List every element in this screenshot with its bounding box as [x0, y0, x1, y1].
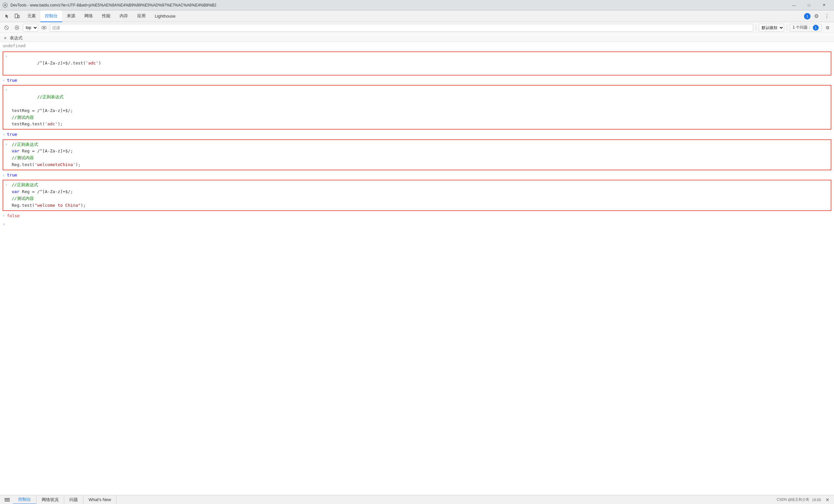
- expression-header: × 表达式: [0, 35, 834, 42]
- toolbar-separator: [756, 24, 756, 31]
- input-icon-3: ›: [5, 141, 10, 147]
- stop-icon-btn[interactable]: [13, 23, 22, 32]
- result-arrow-3: ‹: [3, 172, 5, 178]
- result-line-2: ‹ true: [0, 131, 834, 138]
- status-tab-network-conditions[interactable]: 网络状况: [37, 495, 64, 504]
- svg-rect-3: [18, 15, 19, 18]
- result-line-3: ‹ true: [0, 171, 834, 179]
- status-bar-right: CSDN @练玉和少美 19:00 ✕: [777, 496, 831, 504]
- status-tab-console[interactable]: 控制台: [13, 495, 37, 504]
- console-toolbar: top 默认级别 1 个问题： 1 ⚙: [0, 22, 834, 33]
- code-indent-4c: //测试内容: [5, 196, 829, 202]
- undefined-value: undefined: [3, 43, 831, 49]
- prompt-line[interactable]: ›: [0, 221, 834, 228]
- tab-network[interactable]: 网络: [80, 10, 97, 22]
- code-content-2c: //测试内容: [12, 115, 34, 120]
- code-content-2b: testReg = /^[A-Za-z]+$/;: [12, 108, 73, 113]
- device-icon-btn[interactable]: [13, 12, 22, 21]
- tab-elements[interactable]: 元素: [23, 10, 40, 22]
- code-content-2a: //正则表达式: [12, 87, 829, 107]
- cursor-icon: [4, 14, 10, 19]
- issue-count: 1: [813, 25, 819, 30]
- code-block-line: › /^[A-Za-z]+$/.test('adc'): [5, 53, 829, 74]
- close-button[interactable]: ✕: [816, 0, 831, 10]
- devtools-topbar-right: 1 ⚙ ⋮: [804, 10, 834, 22]
- tab-performance[interactable]: 性能: [97, 10, 115, 22]
- undefined-line: undefined: [0, 42, 834, 50]
- code-content-4b: var Reg = /^[A-Za-z]+$/;: [12, 189, 73, 194]
- tab-console[interactable]: 控制台: [40, 10, 62, 22]
- code-content-4c: //测试内容: [12, 196, 34, 201]
- clear-console-btn[interactable]: [2, 23, 11, 32]
- code-block-header-3: › //正则表达式: [5, 141, 829, 148]
- svg-rect-11: [4, 498, 10, 499]
- svg-rect-12: [4, 500, 10, 500]
- code-content-2d: testReg.test('adc');: [12, 121, 63, 126]
- status-tab-issues[interactable]: 问题: [64, 495, 83, 504]
- svg-rect-2: [15, 14, 18, 18]
- input-icon-2: ›: [5, 87, 10, 93]
- clear-icon: [4, 25, 9, 30]
- console-entry-3: › //正则表达式 var Reg = /^[A-Za-z]+$/; //测试内…: [0, 139, 834, 179]
- minimize-button[interactable]: —: [786, 0, 802, 10]
- tab-memory[interactable]: 内存: [115, 10, 133, 22]
- console-settings-btn[interactable]: ⚙: [823, 23, 832, 32]
- tab-application[interactable]: 应用: [133, 10, 150, 22]
- title-bar-text: DevTools - www.baidu.com/s?ie=UTF-8&wd=j…: [10, 3, 216, 7]
- stop-icon: [14, 25, 20, 30]
- result-value-3: true: [7, 172, 17, 178]
- result-line-4: ‹ false: [0, 212, 834, 220]
- issues-badge[interactable]: 1 个问题： 1: [790, 24, 821, 31]
- toolbar-separator-2: [787, 24, 787, 31]
- context-selector[interactable]: top: [23, 24, 38, 31]
- devtools-topbar: 元素 控制台 来源 网络 性能 内存 应用 Lighthouse 1 ⚙ ⋮: [0, 10, 834, 22]
- log-level-select[interactable]: 默认级别: [759, 24, 784, 31]
- code-indent-4d: Reg.test("welcome to China");: [5, 202, 829, 209]
- filter-input[interactable]: [50, 24, 753, 31]
- code-content-3b: var Reg = /^[A-Za-z]+$/;: [12, 148, 73, 153]
- cursor-icon-btn[interactable]: [3, 12, 12, 21]
- result-value-2: true: [7, 131, 17, 138]
- tab-lighthouse[interactable]: Lighthouse: [150, 10, 180, 22]
- status-tab-whats-new[interactable]: What's New: [83, 495, 117, 504]
- eye-icon: [41, 25, 47, 30]
- eye-icon-btn[interactable]: [39, 23, 48, 32]
- tab-sources[interactable]: 来源: [62, 10, 80, 22]
- svg-rect-13: [4, 501, 10, 501]
- maximize-button[interactable]: □: [802, 0, 816, 10]
- hamburger-btn[interactable]: [3, 495, 12, 504]
- settings-icon-btn[interactable]: ⚙: [812, 12, 821, 21]
- code-block-2: › //正则表达式 testReg = /^[A-Za-z]+$/; //测试内…: [3, 85, 831, 130]
- code-indent-3c: //测试内容: [5, 155, 829, 161]
- issues-label: 1 个问题：: [793, 25, 812, 30]
- svg-line-5: [5, 26, 8, 29]
- code-indent-2d: testReg.test('adc');: [5, 121, 829, 128]
- hamburger-icon: [4, 497, 10, 502]
- result-value-1: true: [7, 77, 17, 84]
- code-content-3a: //正则表达式: [12, 141, 829, 148]
- expression-label: 表达式: [10, 35, 22, 41]
- code-content-4a: //正则表达式: [12, 182, 829, 188]
- code-block-header-4: › //正则表达式: [5, 182, 829, 188]
- devtools-tab-icons: [1, 10, 23, 22]
- code-block-header-2: › //正则表达式: [5, 87, 829, 107]
- device-icon: [14, 14, 20, 19]
- result-line-1: ‹ true: [0, 77, 834, 84]
- code-block-4: › //正则表达式 var Reg = /^[A-Za-z]+$/; //测试内…: [3, 180, 831, 211]
- code-indent-2b: testReg = /^[A-Za-z]+$/;: [5, 108, 829, 114]
- code-content-4d: Reg.test("welcome to China");: [12, 203, 86, 208]
- status-bar: 控制台 网络状况 问题 What's New CSDN @练玉和少美 19:00…: [0, 495, 834, 504]
- input-icon-1: ›: [5, 53, 10, 60]
- more-icon-btn[interactable]: ⋮: [822, 12, 831, 21]
- code-indent-3b: var Reg = /^[A-Za-z]+$/;: [5, 148, 829, 155]
- title-bar-left: DevTools - www.baidu.com/s?ie=UTF-8&wd=j…: [3, 3, 216, 8]
- title-bar: DevTools - www.baidu.com/s?ie=UTF-8&wd=j…: [0, 0, 834, 10]
- console-entry-2: › //正则表达式 testReg = /^[A-Za-z]+$/; //测试内…: [0, 85, 834, 138]
- svg-point-1: [4, 4, 6, 6]
- result-arrow-2: ‹: [3, 132, 5, 137]
- code-indent-3d: Reg.test('welcometoChina');: [5, 161, 829, 168]
- result-value-4: false: [7, 213, 20, 219]
- expression-close-btn[interactable]: ×: [3, 36, 8, 41]
- status-bar-close-btn[interactable]: ✕: [824, 496, 831, 504]
- prompt-icon: ›: [3, 222, 5, 227]
